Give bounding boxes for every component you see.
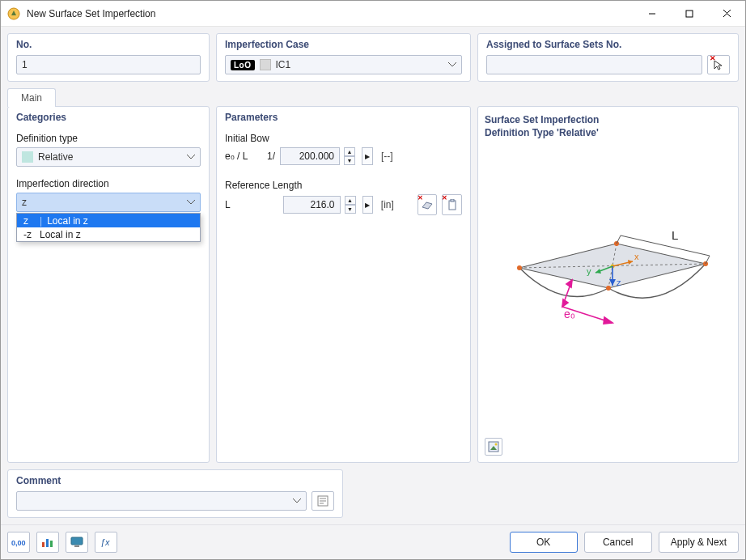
no-input[interactable]: 1	[16, 55, 201, 74]
minimize-button[interactable]	[634, 1, 671, 27]
fx-icon: ƒx	[100, 537, 112, 548]
direction-select[interactable]: z	[16, 193, 201, 212]
e0-next-button[interactable]: ▶	[362, 147, 373, 165]
maximize-button[interactable]	[671, 1, 708, 27]
svg-rect-42	[42, 542, 45, 547]
comment-input[interactable]	[16, 491, 307, 511]
e0-input[interactable]: 200.000	[280, 147, 340, 165]
script-button[interactable]: ƒx	[95, 532, 117, 553]
apply-next-button[interactable]: Apply & Next	[659, 532, 739, 553]
svg-rect-46	[74, 545, 79, 547]
tab-main[interactable]: Main	[7, 88, 56, 107]
clear-x-icon: ✕	[418, 194, 423, 202]
e0-label: e₀ / L	[225, 151, 262, 162]
imperfection-value: IC1	[276, 59, 291, 70]
ref-length-label: Reference Length	[225, 180, 462, 191]
e0-spinner[interactable]: ▲▼	[344, 147, 355, 165]
window-controls	[634, 1, 745, 27]
assigned-input[interactable]	[486, 55, 702, 74]
comment-edit-button[interactable]	[312, 491, 334, 511]
categories-panel: Categories Definition type Relative Impe…	[7, 106, 210, 463]
parameters-panel: Parameters Initial Bow e₀ / L 1/ 200.000…	[216, 106, 471, 463]
image-icon	[488, 441, 499, 452]
dialog-footer: 0,00 ƒx OK Cancel Apply & Next	[1, 524, 745, 559]
preview-canvas: x y z L	[485, 146, 731, 438]
svg-text:ƒx: ƒx	[100, 537, 110, 547]
L-label: L	[225, 199, 262, 210]
ok-button[interactable]: OK	[510, 532, 578, 553]
svg-rect-2	[686, 11, 693, 17]
svg-text:z: z	[617, 278, 621, 287]
chevron-down-icon	[187, 155, 195, 159]
dialog-window: New Surface Set Imperfection No. 1 Imper…	[0, 0, 746, 560]
pick-surface-set-button[interactable]: ✕	[707, 55, 730, 74]
clear-x-icon: ✕	[710, 54, 716, 62]
clipboard-icon	[447, 199, 457, 210]
spin-up-icon[interactable]: ▲	[345, 196, 356, 205]
direction-option-z[interactable]: z | Local in z	[17, 214, 200, 227]
definition-type-swatch	[22, 151, 33, 163]
preview-panel: Surface Set Imperfection Definition Type…	[477, 106, 739, 463]
svg-text:y: y	[587, 266, 591, 276]
imperfection-case-panel: Imperfection Case LoO IC1	[216, 33, 471, 82]
units-button[interactable]: 0,00	[7, 532, 30, 553]
initial-bow-label: Initial Bow	[225, 133, 462, 144]
svg-point-36	[495, 443, 498, 446]
L-unit: [in]	[381, 199, 394, 210]
close-button[interactable]	[708, 1, 745, 27]
app-icon	[7, 7, 20, 20]
spin-down-icon[interactable]: ▼	[345, 205, 356, 214]
clear-x-icon: ✕	[442, 194, 447, 202]
no-value: 1	[22, 59, 28, 70]
direction-option-neg-z[interactable]: -z Local in z	[17, 227, 200, 241]
imperfection-swatch	[260, 59, 271, 70]
surface-icon	[422, 200, 433, 210]
svg-point-10	[517, 265, 522, 270]
preview-header: Surface Set Imperfection Definition Type…	[485, 113, 731, 139]
view-button[interactable]	[66, 532, 88, 553]
svg-marker-30	[562, 299, 568, 307]
imperfection-diagram: x y z L	[495, 219, 722, 365]
svg-text:e₀: e₀	[564, 308, 575, 320]
preview-tool-button[interactable]	[485, 438, 502, 456]
monitor-icon	[70, 537, 83, 548]
svg-rect-5	[449, 201, 456, 210]
graph-button[interactable]	[36, 532, 59, 553]
svg-marker-32	[604, 317, 612, 324]
comment-header: Comment	[16, 475, 334, 486]
direction-label: Imperfection direction	[16, 178, 201, 189]
chevron-down-icon	[187, 200, 195, 205]
title-bar: New Surface Set Imperfection	[1, 1, 745, 27]
imperfection-case-header: Imperfection Case	[225, 39, 462, 50]
L-next-button[interactable]: ▶	[362, 196, 373, 214]
one-over-label: 1/	[267, 151, 275, 162]
length-tool-2-button[interactable]: ✕	[442, 194, 462, 215]
window-title: New Surface Set Imperfection	[27, 8, 155, 19]
svg-rect-6	[451, 199, 454, 202]
spin-up-icon[interactable]: ▲	[344, 147, 355, 156]
svg-rect-44	[50, 541, 53, 547]
no-panel: No. 1	[7, 33, 210, 82]
e0-unit: [--]	[381, 151, 393, 162]
assigned-header: Assigned to Surface Sets No.	[486, 39, 730, 50]
svg-rect-45	[71, 537, 83, 545]
L-spinner[interactable]: ▲▼	[345, 196, 356, 214]
svg-point-13	[606, 286, 611, 291]
comment-panel: Comment	[7, 469, 343, 518]
svg-text:L: L	[672, 228, 678, 242]
L-input[interactable]: 216.0	[283, 196, 341, 214]
length-tool-1-button[interactable]: ✕	[418, 194, 438, 215]
spin-down-icon[interactable]: ▼	[344, 156, 355, 165]
chevron-down-icon	[293, 498, 301, 503]
svg-marker-29	[566, 280, 572, 287]
parameters-header: Parameters	[225, 112, 462, 123]
bars-icon	[41, 537, 54, 548]
note-icon	[317, 495, 328, 507]
chevron-down-icon	[448, 62, 456, 67]
cancel-button[interactable]: Cancel	[584, 532, 652, 553]
direction-value: z	[22, 197, 27, 208]
definition-type-select[interactable]: Relative	[16, 147, 201, 167]
categories-header: Categories	[16, 112, 201, 123]
decimals-icon: 0,00	[11, 537, 26, 548]
imperfection-case-select[interactable]: LoO IC1	[225, 55, 462, 74]
